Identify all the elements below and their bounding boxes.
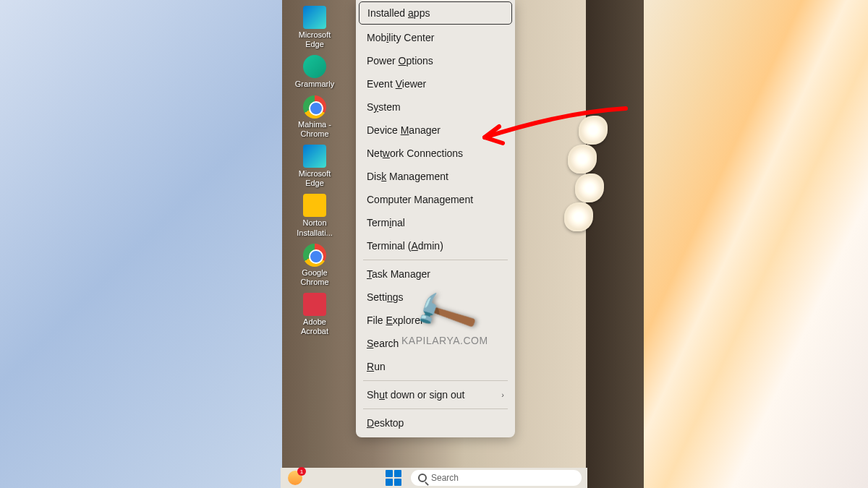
menu-item-task-manager[interactable]: Task Manager (356, 262, 515, 286)
menu-item-installed-apps[interactable]: Installed apps (359, 1, 512, 25)
menu-item-search[interactable]: Search (356, 332, 515, 355)
menu-item-terminal[interactable]: Terminal (356, 211, 515, 234)
menu-item-network-connections[interactable]: Network Connections (356, 142, 515, 165)
desktop-icon-grammarly[interactable]: Grammarly (288, 53, 342, 91)
menu-separator (363, 260, 508, 260)
chevron-right-icon: › (501, 390, 504, 399)
menu-item-computer-management[interactable]: Computer Management (356, 188, 515, 211)
desktop-icon-chrome[interactable]: Google Chrome (288, 241, 342, 289)
menu-separator (363, 408, 508, 409)
search-icon (418, 474, 427, 482)
menu-item-disk-management[interactable]: Disk Management (356, 165, 515, 188)
desktop-icon-label: Google Chrome (289, 268, 340, 287)
menu-item-label: Device Manager (367, 124, 441, 136)
desktop-icon-label: Mahima - Chrome (289, 120, 340, 139)
menu-item-label: Desktop (367, 417, 404, 429)
edge-icon (303, 145, 326, 168)
taskbar-search[interactable]: Search (411, 470, 582, 486)
taskbar-notification-icon[interactable]: 1 (286, 469, 304, 487)
menu-item-label: System (367, 101, 401, 113)
chrome-icon (303, 244, 326, 267)
desktop-icons-column: Microsoft Edge Grammarly Mahima - Chrome… (286, 4, 344, 338)
desktop-icon-label: Adobe Acrobat (289, 317, 340, 336)
chrome-icon (303, 95, 326, 119)
acrobat-icon (303, 293, 326, 316)
menu-item-label: Shut down or sign out (367, 389, 464, 401)
menu-item-label: Settings (367, 291, 404, 303)
edge-icon (303, 6, 326, 29)
menu-item-power-options[interactable]: Power Options (356, 49, 515, 72)
menu-item-run[interactable]: Run (356, 355, 515, 378)
menu-item-label: Terminal (367, 217, 405, 228)
desktop-icon-norton[interactable]: Norton Installati... (288, 192, 342, 239)
menu-item-label: Terminal (Admin) (367, 240, 443, 252)
menu-item-device-manager[interactable]: Device Manager (356, 119, 515, 142)
notification-badge: 1 (297, 467, 306, 476)
desktop-icon-chrome-profile[interactable]: Mahima - Chrome (288, 93, 342, 141)
taskbar: 1 Search (281, 468, 587, 488)
winx-context-menu: Installed appsMobility CenterPower Optio… (356, 0, 515, 437)
desktop-icon-label: Grammarly (295, 80, 334, 89)
menu-item-mobility-center[interactable]: Mobility Center (356, 26, 515, 49)
windows-logo-icon (386, 470, 401, 486)
menu-item-desktop[interactable]: Desktop (356, 411, 515, 435)
menu-item-system[interactable]: System (356, 95, 515, 119)
menu-item-label: Search (367, 338, 399, 349)
menu-item-terminal-admin-[interactable]: Terminal (Admin) (356, 234, 515, 257)
menu-item-shut-down-or-sign-out[interactable]: Shut down or sign out› (356, 383, 515, 406)
menu-item-label: Mobility Center (367, 32, 434, 43)
desktop-icon-label: Microsoft Edge (289, 169, 340, 188)
menu-separator (363, 380, 508, 381)
desktop-icon-acrobat[interactable]: Adobe Acrobat (288, 291, 342, 338)
norton-icon (303, 194, 326, 217)
menu-item-file-explorer[interactable]: File Explorer (356, 309, 515, 332)
menu-item-label: Event Viewer (367, 78, 426, 90)
desktop-icon-edge-2[interactable]: Microsoft Edge (288, 142, 342, 190)
menu-item-label: Installed apps (367, 7, 430, 19)
menu-item-label: Computer Management (367, 194, 473, 205)
grammarly-icon (303, 55, 326, 78)
menu-item-label: Run (367, 361, 386, 372)
menu-item-label: Disk Management (367, 171, 448, 182)
start-button[interactable] (385, 469, 402, 487)
menu-item-label: Power Options (367, 55, 433, 67)
search-placeholder: Search (431, 473, 459, 483)
desktop-icon-edge[interactable]: Microsoft Edge (288, 4, 342, 51)
desktop-icon-label: Microsoft Edge (289, 30, 340, 49)
menu-item-settings[interactable]: Settings (356, 286, 515, 309)
menu-item-label: Task Manager (367, 268, 430, 280)
menu-item-label: Network Connections (367, 147, 463, 159)
menu-item-label: File Explorer (367, 314, 424, 326)
menu-item-event-viewer[interactable]: Event Viewer (356, 72, 515, 95)
desktop-icon-label: Norton Installati... (289, 218, 340, 237)
